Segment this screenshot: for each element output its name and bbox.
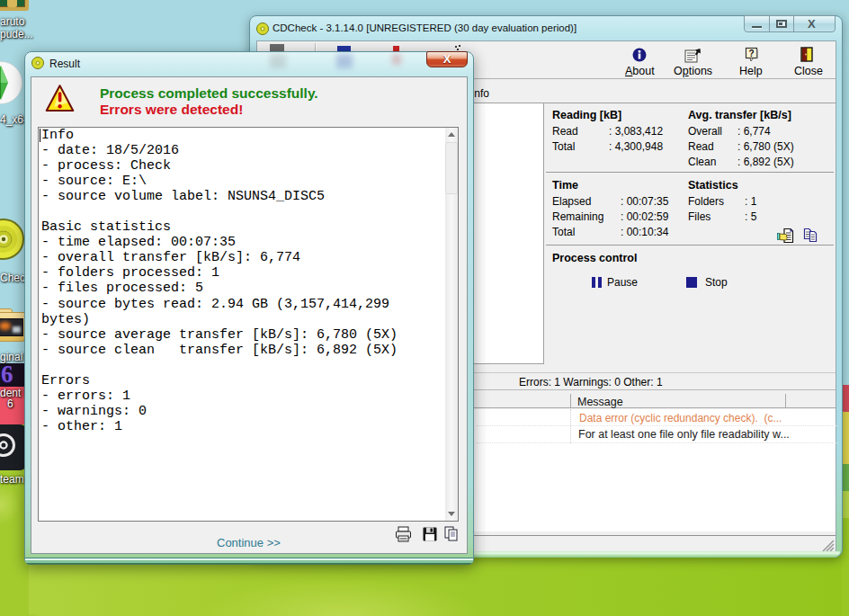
svg-text:?: ? [748, 49, 754, 58]
